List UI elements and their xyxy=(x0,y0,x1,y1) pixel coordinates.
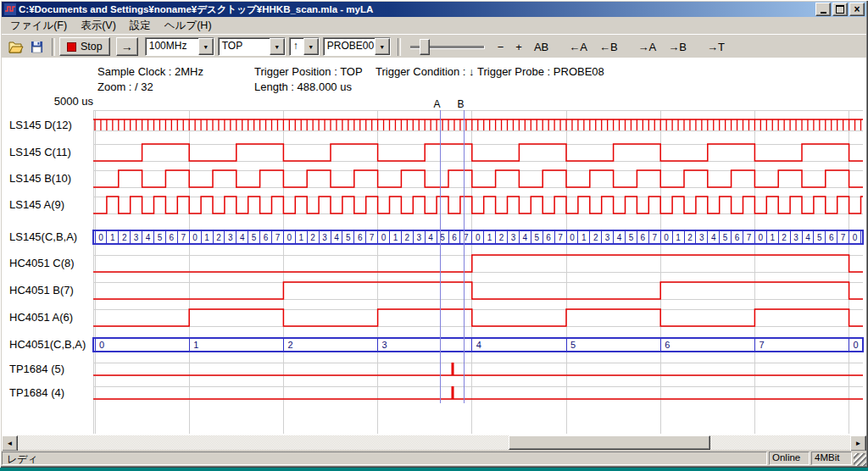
scrollbar-track[interactable] xyxy=(18,435,850,450)
svg-text:0: 0 xyxy=(381,233,387,242)
menu-item-settings[interactable]: 設定 xyxy=(123,17,158,35)
svg-text:1: 1 xyxy=(581,233,587,242)
sample-rate-value: 100MHz xyxy=(146,38,198,55)
app-icon xyxy=(4,3,16,15)
svg-text:2: 2 xyxy=(310,233,315,242)
svg-text:1: 1 xyxy=(393,233,398,242)
svg-text:A: A xyxy=(433,98,440,110)
svg-text:4: 4 xyxy=(523,233,528,242)
svg-text:2: 2 xyxy=(499,233,504,242)
goto-marker-b-right-button[interactable]: →B xyxy=(664,39,691,55)
svg-text:1: 1 xyxy=(487,233,492,242)
svg-text:7: 7 xyxy=(841,233,846,242)
svg-text:2: 2 xyxy=(287,340,292,350)
menu-item-file[interactable]: ファイル(F) xyxy=(3,17,74,35)
svg-text:4: 4 xyxy=(240,233,245,242)
stop-label: Stop xyxy=(81,41,103,53)
save-file-button[interactable] xyxy=(26,37,47,57)
svg-text:2: 2 xyxy=(122,233,127,242)
svg-text:5: 5 xyxy=(440,233,445,242)
trigger-probe-combo[interactable]: PROBE00 ▼ xyxy=(323,37,391,56)
resize-grip[interactable] xyxy=(854,453,866,466)
minimize-icon xyxy=(821,12,826,14)
svg-text:7: 7 xyxy=(747,233,752,242)
svg-text:5: 5 xyxy=(158,233,163,242)
run-button[interactable]: → xyxy=(116,37,138,56)
chevron-down-icon[interactable]: ▼ xyxy=(270,38,285,55)
svg-text:3: 3 xyxy=(382,340,387,350)
svg-text:6: 6 xyxy=(829,233,834,242)
zoom-slider[interactable] xyxy=(409,37,487,56)
svg-text:6: 6 xyxy=(641,233,646,242)
svg-text:2: 2 xyxy=(216,233,221,242)
svg-text:4: 4 xyxy=(146,233,151,242)
svg-text:0: 0 xyxy=(287,233,292,242)
svg-text:5: 5 xyxy=(252,233,257,242)
svg-text:7: 7 xyxy=(759,340,764,350)
svg-text:0: 0 xyxy=(98,233,103,242)
svg-text:6: 6 xyxy=(665,340,670,350)
menubar: ファイル(F)表示(V)設定ヘルプ(H) xyxy=(2,17,866,34)
svg-text:4: 4 xyxy=(805,233,810,242)
status-memory: 4MBit xyxy=(811,452,852,465)
open-file-button[interactable] xyxy=(5,37,26,57)
menu-item-help[interactable]: ヘルプ(H) xyxy=(158,17,219,35)
waveform-plot[interactable]: 0123456701234567012345670123456701234567… xyxy=(2,58,866,437)
svg-text:6: 6 xyxy=(358,233,363,242)
close-button[interactable]: × xyxy=(849,3,865,16)
scroll-left-button[interactable]: ◄ xyxy=(2,435,18,452)
minimize-button[interactable] xyxy=(815,3,831,16)
toolbar: Stop → 100MHz ▼ TOP ▼ ↑ ▼ PROBE00 ▼ xyxy=(2,34,866,58)
maximize-button[interactable] xyxy=(832,3,848,16)
svg-text:0: 0 xyxy=(853,233,858,242)
svg-text:6: 6 xyxy=(452,233,457,242)
sample-rate-combo[interactable]: 100MHz ▼ xyxy=(145,37,214,56)
run-arrow-icon: → xyxy=(121,40,133,53)
svg-text:7: 7 xyxy=(370,233,375,242)
goto-trigger-button[interactable]: →T xyxy=(703,39,729,55)
svg-text:4: 4 xyxy=(476,340,481,350)
app-window: C:¥Documents and Settings¥noname¥デスクトップ¥… xyxy=(0,0,868,468)
svg-text:3: 3 xyxy=(793,233,798,242)
svg-text:4: 4 xyxy=(617,233,622,242)
trigger-position-value: TOP xyxy=(219,38,270,55)
svg-text:2: 2 xyxy=(687,233,693,242)
svg-text:6: 6 xyxy=(735,233,740,242)
svg-text:1: 1 xyxy=(204,233,209,242)
trigger-edge-combo[interactable]: ↑ ▼ xyxy=(289,37,320,56)
svg-text:6: 6 xyxy=(264,233,269,242)
status-text: レディ xyxy=(2,452,767,465)
toolbar-separator xyxy=(52,38,55,56)
zoom-in-button[interactable]: + xyxy=(511,39,526,55)
scrollbar-thumb[interactable] xyxy=(509,435,710,450)
svg-text:2: 2 xyxy=(405,233,410,242)
goto-marker-b-left-button[interactable]: ←B xyxy=(595,39,622,55)
stop-button[interactable]: Stop xyxy=(59,37,110,56)
goto-marker-a-right-button[interactable]: →A xyxy=(634,39,661,55)
svg-text:5: 5 xyxy=(346,233,351,242)
svg-text:5: 5 xyxy=(723,233,728,242)
chevron-down-icon[interactable]: ▼ xyxy=(303,38,319,55)
chevron-down-icon[interactable]: ▼ xyxy=(375,38,390,55)
svg-text:7: 7 xyxy=(652,233,657,242)
svg-text:6: 6 xyxy=(170,233,175,242)
trigger-position-combo[interactable]: TOP ▼ xyxy=(218,37,286,56)
svg-text:5: 5 xyxy=(534,233,539,242)
svg-text:3: 3 xyxy=(605,233,610,242)
svg-text:3: 3 xyxy=(511,233,516,242)
svg-text:0: 0 xyxy=(570,233,575,242)
trigger-probe-value: PROBE00 xyxy=(324,38,375,55)
svg-text:3: 3 xyxy=(322,233,327,242)
zoom-out-button[interactable]: − xyxy=(493,39,509,55)
svg-text:1: 1 xyxy=(770,233,775,242)
horizontal-scrollbar[interactable]: ◄ ► xyxy=(2,435,866,450)
open-folder-icon xyxy=(8,41,24,53)
zoom-slider-thumb[interactable] xyxy=(420,39,430,55)
titlebar[interactable]: C:¥Documents and Settings¥noname¥デスクトップ¥… xyxy=(2,2,866,17)
svg-text:3: 3 xyxy=(228,233,233,242)
menu-item-view[interactable]: 表示(V) xyxy=(74,17,123,35)
goto-marker-a-left-button[interactable]: ←A xyxy=(565,39,592,55)
scroll-right-button[interactable]: ► xyxy=(850,435,866,452)
chevron-down-icon[interactable]: ▼ xyxy=(198,38,214,55)
zoom-ab-button[interactable]: AB xyxy=(530,39,553,55)
